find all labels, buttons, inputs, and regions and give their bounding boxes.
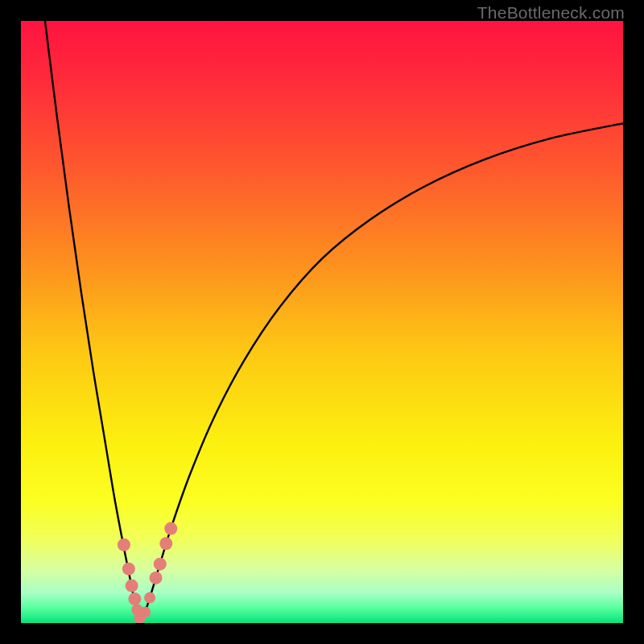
- curve-left-branch: [45, 21, 141, 623]
- marker-dot: [122, 563, 135, 576]
- marker-dot: [150, 572, 163, 584]
- marker-dot: [118, 539, 130, 551]
- marker-dot: [128, 592, 141, 605]
- curve-layer: [21, 21, 623, 623]
- chart-frame: TheBottleneck.com: [0, 0, 644, 644]
- marker-dot: [139, 607, 151, 618]
- marker-dot: [144, 592, 155, 604]
- watermark-text: TheBottleneck.com: [477, 3, 625, 23]
- curve-right-branch: [141, 123, 623, 623]
- marker-dot: [154, 558, 167, 571]
- marker-dot: [159, 537, 172, 550]
- marker-dot: [126, 580, 138, 592]
- plot-area: [21, 21, 623, 623]
- marker-dot: [164, 522, 177, 535]
